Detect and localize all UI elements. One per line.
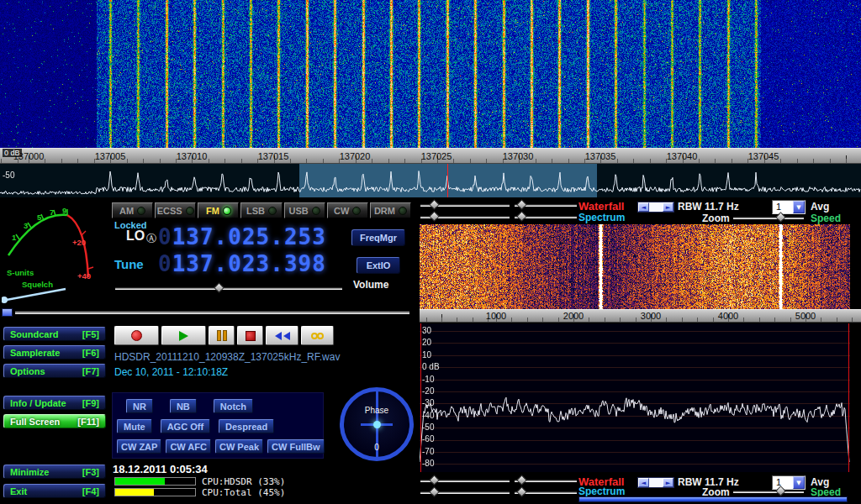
smeter-tick-9: 9 (62, 206, 66, 215)
notch-button[interactable]: Notch (214, 399, 253, 413)
rf-db-top-label: 0 dB (3, 149, 22, 157)
zoom-slider-groove-bottom[interactable] (733, 491, 804, 493)
sp2-max-handle[interactable] (516, 486, 527, 497)
scroll-track[interactable] (649, 202, 663, 212)
audio-waterfall-display[interactable] (420, 224, 850, 309)
spectrum-tab-bottom[interactable]: Spectrum (578, 486, 625, 497)
agc-button[interactable]: AGC Off (161, 419, 210, 433)
scroll-left-icon[interactable]: ◄ (638, 478, 649, 487)
db-label: -50 (422, 423, 434, 432)
sp-max-handle[interactable] (516, 211, 527, 222)
sp-min-handle[interactable] (429, 211, 440, 222)
loop-button[interactable] (301, 326, 334, 345)
rf-frequency-ruler[interactable]: 137000 137005 137010 137015 137020 13702… (0, 148, 861, 164)
combo-arrow-icon[interactable]: ▼ (793, 201, 805, 213)
lo-auto-badge-icon: Ⓐ (146, 232, 156, 246)
nb-label: NB (177, 402, 190, 412)
mute-button[interactable]: Mute (117, 419, 152, 433)
wf2-brightness-handle[interactable] (429, 475, 440, 486)
cw-zap-button[interactable]: CW ZAP (117, 439, 161, 454)
wf-brightness-handle[interactable] (429, 199, 440, 210)
agc-label: AGC Off (167, 422, 203, 432)
exit-label: Exit (10, 486, 27, 496)
wf2-contrast-handle[interactable] (516, 475, 527, 486)
scroll-right-icon[interactable]: ► (663, 478, 673, 487)
cpu-total-text: CPU:Total (45%) (202, 487, 285, 498)
freqmgr-button[interactable]: FreqMgr (351, 229, 405, 246)
mode-cw-led-icon (352, 207, 361, 215)
mode-usb-button[interactable]: USB (284, 202, 325, 218)
fullscreen-button[interactable]: Full Screen [F11] (3, 414, 106, 428)
mode-am-button[interactable]: AM (112, 202, 153, 218)
soundcard-button[interactable]: Soundcard [F5] (3, 327, 106, 341)
record-button[interactable] (114, 326, 159, 345)
phase-value: 0 (344, 443, 409, 452)
pause-button[interactable] (209, 326, 235, 345)
exit-button[interactable]: Exit [F4] (3, 484, 106, 498)
volume-label: Volume (353, 279, 388, 291)
audio-frequency-ruler[interactable]: 1000 2000 3000 4000 5000 (420, 309, 861, 323)
soundcard-label: Soundcard (10, 329, 58, 339)
samplerate-button[interactable]: Samplerate [F6] (3, 345, 106, 360)
audio-freq-label: 3000 (641, 311, 661, 321)
phase-indicator[interactable]: Phase 0 (340, 387, 414, 461)
minimize-button[interactable]: Minimize [F3] (3, 465, 106, 479)
combo-arrow-icon[interactable]: ▼ (793, 476, 805, 489)
volume-slider-handle[interactable] (214, 282, 224, 293)
mode-am-led-icon (137, 207, 145, 215)
mode-lsb-button[interactable]: LSB (240, 202, 282, 218)
stop-button[interactable] (237, 326, 263, 345)
mode-ecss-button[interactable]: ECSS (155, 202, 196, 218)
avg-select-value: 1 (773, 201, 793, 213)
audio-spectrum-display[interactable] (420, 323, 850, 472)
cw-afc-button[interactable]: CW AFC (166, 439, 211, 454)
spectrum-tab[interactable]: Spectrum (578, 212, 625, 223)
despread-button[interactable]: Despread (219, 419, 274, 433)
cw-fullbw-button[interactable]: CW FullBw (267, 439, 324, 454)
nr-button[interactable]: NR (126, 399, 153, 413)
cw-peak-label: CW Peak (219, 442, 259, 452)
avg-select[interactable]: 1 ▼ (772, 200, 806, 214)
mode-drm-label: DRM (374, 206, 395, 216)
playback-controls (114, 326, 334, 345)
waterfall-tab[interactable]: Waterfall (578, 200, 624, 213)
scroll-track[interactable] (649, 478, 663, 487)
rf-waterfall-display[interactable] (0, 0, 861, 148)
mode-usb-label: USB (289, 206, 309, 216)
cw-fullbw-label: CW FullBw (272, 442, 320, 452)
volume-slider-groove[interactable] (115, 287, 342, 290)
smeter-tick-plus20: +20 (72, 238, 86, 247)
scroll-right-icon[interactable]: ► (663, 202, 673, 212)
options-button[interactable]: Options [F7] (3, 364, 106, 378)
mode-cw-button[interactable]: CW (327, 202, 368, 218)
info-update-button[interactable]: Info / Update [F9] (3, 396, 106, 410)
shift-scrollbar[interactable]: ◄ ► (637, 202, 674, 213)
avg-select-bottom[interactable]: 1 ▼ (772, 475, 806, 490)
tune-scroll-groove[interactable] (15, 311, 409, 314)
nb-button[interactable]: NB (170, 399, 197, 413)
minimize-label: Minimize (10, 467, 49, 477)
zoom-range-bar[interactable] (578, 496, 848, 502)
tune-frequency-display[interactable]: 0137.023.398 (158, 252, 326, 276)
lo-frequency-display[interactable]: 0137.025.253 (158, 225, 326, 249)
mode-lsb-label: LSB (246, 206, 265, 216)
cw-peak-button[interactable]: CW Peak (215, 439, 263, 454)
rf-spectrum-display[interactable] (0, 164, 861, 197)
rewind-button[interactable] (266, 326, 298, 345)
squelch-slider-handle[interactable] (2, 308, 13, 317)
sp2-min-handle[interactable] (429, 486, 440, 497)
zoom-slider-groove[interactable] (733, 217, 804, 219)
db-label: -60 (422, 434, 434, 444)
scroll-left-icon[interactable]: ◄ (638, 202, 649, 212)
zoom-label: Zoom (702, 213, 730, 224)
mode-drm-button[interactable]: DRM (370, 202, 411, 218)
extio-button[interactable]: ExtIO (357, 257, 400, 274)
freq-label: 137025 (421, 151, 452, 161)
wf-contrast-handle[interactable] (516, 199, 527, 210)
play-icon (179, 331, 188, 341)
cpu-hdsdr-fill (115, 478, 165, 485)
mode-fm-label: FM (206, 206, 219, 216)
play-button[interactable] (161, 326, 206, 345)
mode-fm-button[interactable]: FM (198, 202, 239, 218)
shift-scrollbar-bottom[interactable]: ◄ ► (637, 477, 674, 488)
